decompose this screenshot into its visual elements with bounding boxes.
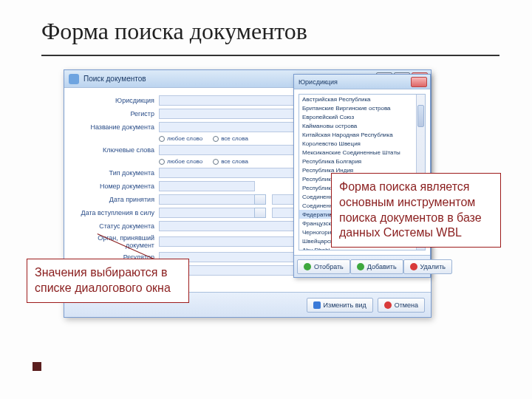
label-forcedate: Дата вступления в силу [72,209,159,216]
cancel-button[interactable]: Отмена [378,298,425,313]
cancel-icon [384,301,392,309]
list-item[interactable]: Китайская Народная Республика [299,130,425,139]
callout-left: Значения выбираются в списке диалогового… [27,259,189,303]
changeview-button[interactable]: Изменить вид [307,298,373,313]
list-item[interactable]: Республика Болгария [299,157,425,166]
picker-forcedate-from[interactable] [254,208,266,218]
list-item[interactable]: Королевство Швеция [299,139,425,148]
scrollbar-thumb[interactable] [417,105,424,127]
list-item[interactable]: Европейский Союз [299,112,425,121]
slide-accent-square [33,362,41,371]
title-divider [41,55,499,56]
add-button[interactable]: Добавить [350,259,403,274]
dialog-close-button[interactable] [411,77,427,87]
label-registry: Регистр [72,110,159,117]
radio-any[interactable]: любое слово [159,135,202,142]
dialog-title-text: Юрисдикция [299,78,338,86]
minus-icon [410,263,417,270]
list-item[interactable]: Каймановы острова [299,121,425,130]
input-acceptdate-from[interactable] [159,194,255,205]
label-jurisdiction: Юрисдикция [72,97,159,104]
window-app-icon [69,74,79,84]
list-item[interactable]: Мексиканские Соединенные Штаты [299,148,425,157]
check-icon [304,263,311,270]
label-docname: Название документа [72,123,159,131]
list-item[interactable]: Британские Виргинские острова [299,103,425,112]
plus-icon [357,263,364,270]
label-acceptdate: Дата принятия [72,196,159,203]
label-docstatus: Статус документа [72,222,159,230]
slide-title: Форма поиска документов [41,18,307,45]
input-forcedate-from[interactable] [159,208,255,218]
select-button[interactable]: Отобрать [297,259,350,274]
label-docnumber: Номер документа [72,183,159,190]
label-doctype: Тип документа [72,169,159,177]
gear-icon [313,301,321,309]
label-keywords: Ключевые слова [72,146,159,154]
callout-right: Форма поиска является основным инструмен… [331,173,501,248]
radio-any-2[interactable]: любое слово [159,158,202,165]
radio-all[interactable]: все слова [213,135,248,142]
dialog-titlebar: Юрисдикция [294,75,430,89]
delete-button[interactable]: Удалить [403,259,452,274]
input-docnumber[interactable] [159,181,255,191]
window-title-text: Поиск документов [83,75,146,83]
radio-all-2[interactable]: все слова [213,158,248,165]
picker-acceptdate-from[interactable] [254,194,266,205]
dialog-footer: Отобрать Добавить Удалить [294,255,430,277]
list-item[interactable]: Австрийская Республика [299,95,425,103]
